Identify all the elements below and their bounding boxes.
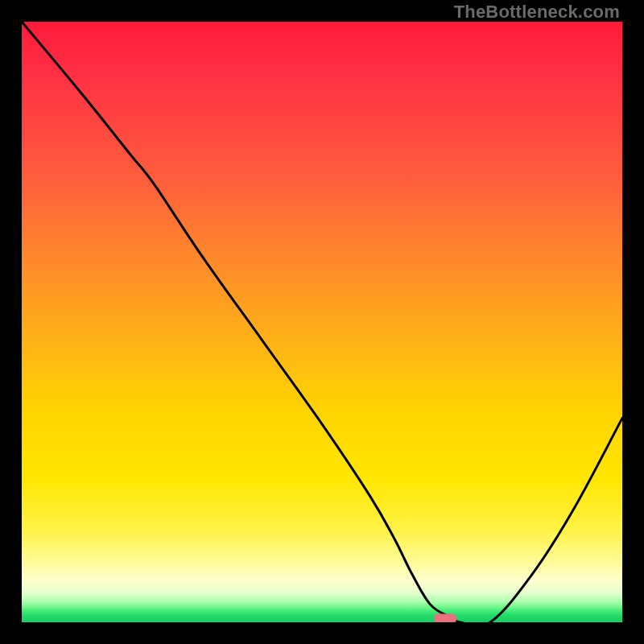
bottleneck-curve bbox=[22, 22, 622, 622]
plot-area bbox=[22, 22, 622, 622]
optimal-point-marker bbox=[434, 614, 456, 622]
chart-frame: TheBottleneck.com bbox=[0, 0, 644, 644]
watermark-text: TheBottleneck.com bbox=[454, 2, 620, 23]
curve-layer bbox=[22, 22, 622, 622]
